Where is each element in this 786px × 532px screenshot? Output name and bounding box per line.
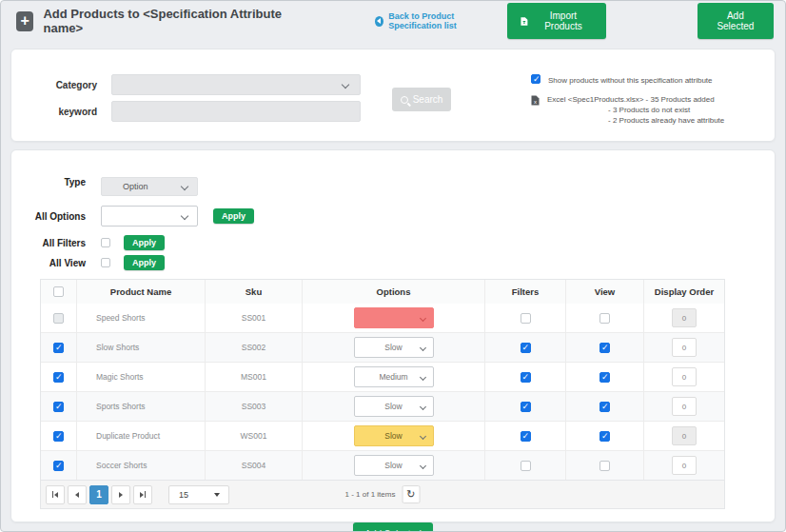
sku-cell: SS002 [205,333,302,362]
first-page-button[interactable] [46,485,65,504]
all-view-label: All View [11,258,86,268]
chevron-down-icon [419,432,425,439]
sku-cell: WS001 [205,422,302,450]
options-dropdown[interactable]: Slow [354,396,434,417]
options-dropdown-value: Medium [379,372,407,382]
row-select-checkbox[interactable] [53,343,64,353]
search-icon [401,96,408,104]
header-product-name: Product Name [76,280,205,304]
sku-cell: SS001 [205,304,302,332]
add-selected-button-top[interactable]: Add Selected [698,3,774,39]
display-order-input[interactable] [672,397,697,416]
row-select-checkbox[interactable] [53,313,64,324]
keyword-input[interactable] [111,101,361,122]
options-dropdown[interactable]: Slow [354,455,434,476]
top-bar: + Add Products to <Specification Attribu… [1,1,785,41]
options-dropdown[interactable]: Slow [354,337,434,358]
chevron-down-icon [419,403,425,409]
view-checkbox[interactable] [599,313,610,324]
table-row: Duplicate Product WS001 Slow [41,421,724,450]
show-products-checkbox[interactable] [531,74,540,84]
type-label: Type [11,177,86,187]
chevron-down-icon [419,373,425,380]
table-header-row: Product Name Sku Options Filters View Di… [41,280,724,304]
display-order-input[interactable] [672,338,697,357]
dropdown-arrow-icon [214,493,220,497]
chevron-down-icon [419,314,425,321]
show-products-label: Show products without this specification… [548,74,713,85]
product-name-cell: Magic Shorts [76,363,205,391]
add-selected-button-bottom[interactable]: Add Selected [353,522,433,532]
view-checkbox[interactable] [599,461,610,471]
products-panel: Type Option All Options Apply All Filter… [10,149,776,522]
type-select[interactable]: Option [101,177,198,196]
table-row: Speed Shorts SS001 [41,304,724,332]
search-button-label: Search [413,94,443,105]
back-arrow-icon [375,16,384,27]
chevron-down-icon [181,183,188,190]
import-products-button[interactable]: Import Products [507,3,605,39]
product-name-cell: Speed Shorts [76,304,205,332]
products-table: Product Name Sku Options Filters View Di… [40,279,725,481]
view-checkbox[interactable] [599,372,610,383]
filters-checkbox[interactable] [521,372,531,383]
filters-checkbox[interactable] [521,313,531,324]
page-size-select[interactable]: 15 [168,485,229,504]
back-link-label: Back to Product Specification list [388,11,507,30]
product-name-cell: Soccer Shorts [76,451,205,480]
apply-view-button[interactable]: Apply [124,255,165,270]
apply-options-button[interactable]: Apply [213,208,254,224]
refresh-icon[interactable]: ↻ [402,485,420,503]
view-checkbox[interactable] [599,343,610,353]
all-view-checkbox[interactable] [101,258,110,267]
row-select-checkbox[interactable] [53,372,64,383]
header-filters: Filters [484,280,565,304]
chevron-down-icon [181,212,188,220]
search-button[interactable]: Search [392,88,451,111]
options-dropdown[interactable]: Medium [354,366,434,387]
product-name-cell: Slow Shorts [76,333,205,362]
row-select-checkbox[interactable] [53,431,64,442]
page-title: Add Products to <Specification Attribute… [43,7,290,35]
excel-import-summary: Excel <Spec1Products.xlsx> - 35 Products… [547,94,724,126]
next-page-button[interactable] [111,485,130,504]
table-row: Slow Shorts SS002 Slow [41,332,724,362]
sku-cell: SS003 [205,392,302,421]
apply-filters-button[interactable]: Apply [124,235,165,250]
filters-checkbox[interactable] [521,431,531,442]
items-count-text: 1 - 1 of 1 items [345,490,396,499]
row-select-checkbox[interactable] [53,402,64,412]
header-options: Options [302,280,484,304]
options-dropdown[interactable] [354,307,434,328]
category-select[interactable] [111,74,361,95]
all-options-select[interactable] [101,206,198,227]
display-order-input[interactable] [672,456,697,475]
row-select-checkbox[interactable] [53,461,64,471]
options-dropdown-value: Slow [384,431,402,441]
excel-summary-line1: Excel <Spec1Products.xlsx> - 35 Products… [547,94,724,105]
keyword-label: keyword [45,107,97,117]
display-order-input[interactable] [672,367,697,386]
filters-checkbox[interactable] [521,402,531,412]
table-body: Speed Shorts SS001 Slow Shorts SS002 Slo… [41,304,724,480]
display-order-input[interactable] [672,426,697,445]
back-link[interactable]: Back to Product Specification list [375,11,508,30]
options-dropdown[interactable]: Slow [354,425,434,446]
previous-page-button[interactable] [68,485,87,504]
page: + Add Products to <Specification Attribu… [0,0,786,532]
add-selected-top-label: Add Selected [711,10,760,31]
excel-file-icon: x [531,95,540,106]
chevron-down-icon [419,344,425,350]
product-name-cell: Duplicate Product [76,422,205,450]
filters-checkbox[interactable] [521,461,531,471]
view-checkbox[interactable] [599,431,610,442]
display-order-input[interactable] [672,308,697,327]
import-products-label: Import Products [534,10,592,31]
filters-checkbox[interactable] [521,343,531,353]
view-checkbox[interactable] [599,402,610,412]
type-select-value: Option [123,182,148,191]
all-filters-checkbox[interactable] [101,238,110,247]
last-page-button[interactable] [133,485,152,504]
select-all-checkbox[interactable] [53,286,64,297]
current-page-button[interactable]: 1 [89,485,108,504]
